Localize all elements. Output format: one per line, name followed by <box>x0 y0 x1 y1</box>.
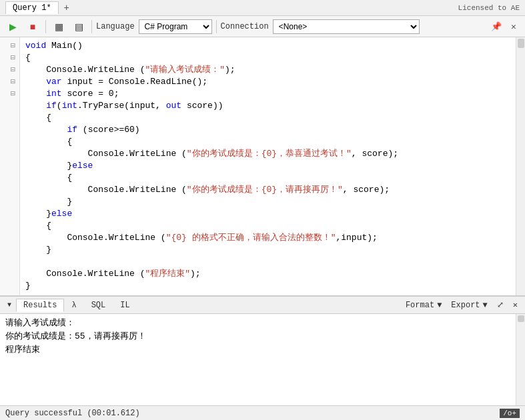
results-area: 请输入考试成绩：你的考试成绩是：55，请再接再厉！程序结束 <box>0 314 516 405</box>
code-line: { <box>25 52 510 64</box>
code-line: var input = Console.ReadLine(); <box>25 76 510 88</box>
code-line: void Main() <box>25 40 510 52</box>
export-button[interactable]: Export ▼ <box>446 299 492 312</box>
code-line: } <box>25 280 510 292</box>
code-line: Console.WriteLine ("{0} 的格式不正确，请输入合法的整数！… <box>25 232 510 244</box>
result-line: 你的考试成绩是：55，请再接再厉！ <box>5 330 510 343</box>
status-bar: Query successful (00:01.612) /o+ <box>0 405 525 420</box>
toolbar: ▶ ■ ▦ ▤ Language C# Program SQL LINQ Con… <box>0 16 525 37</box>
close-results-button[interactable]: ✕ <box>508 298 522 312</box>
language-label: Language <box>96 22 135 31</box>
title-bar: Query 1* + Licensed to AE <box>0 0 525 16</box>
code-line: } <box>25 244 510 256</box>
code-line: }else <box>25 208 510 220</box>
connection-label: Connection <box>221 22 269 31</box>
export-label: Export <box>451 301 480 310</box>
pin-button[interactable]: 📌 <box>489 19 504 34</box>
code-line: Console.WriteLine ("你的考试成绩是：{0}，恭喜通过考试！"… <box>25 148 510 160</box>
tab-lambda[interactable]: λ <box>64 299 83 312</box>
code-line: if (score>=60) <box>25 124 510 136</box>
result-line: 请输入考试成绩： <box>5 317 510 330</box>
grid-view-button-2[interactable]: ▤ <box>70 19 87 34</box>
run-button[interactable]: ▶ <box>4 19 21 34</box>
code-line: int score = 0; <box>25 88 510 100</box>
bottom-tabs-bar: ▼ Results λ SQL IL Format ▼ Export ▼ ⤢ ✕ <box>0 297 525 314</box>
line-numbers: ⊟ ⊟ ⊟ ⊟ ⊟ <box>0 37 20 295</box>
results-scrollbar[interactable] <box>516 314 525 405</box>
format-button[interactable]: Format ▼ <box>401 299 446 312</box>
export-chevron-icon: ▼ <box>483 301 488 310</box>
code-line: Console.WriteLine ("程序结束"); <box>25 268 510 280</box>
close-results-icon: ✕ <box>513 300 518 310</box>
expand-button[interactable]: ⤢ <box>492 298 508 312</box>
tab-results[interactable]: Results <box>16 299 64 312</box>
code-line: ​ <box>25 256 510 268</box>
toolbar-separator-1 <box>45 20 46 33</box>
code-line: Console.WriteLine ("请输入考试成绩："); <box>25 64 510 76</box>
language-select[interactable]: C# Program SQL LINQ <box>139 19 212 34</box>
code-line: { <box>25 112 510 124</box>
connection-select[interactable]: <None> <box>273 19 420 34</box>
format-chevron-icon: ▼ <box>437 301 442 310</box>
tab-il[interactable]: IL <box>113 299 137 312</box>
add-tab-button[interactable]: + <box>59 1 75 15</box>
result-line: 程序结束 <box>5 343 510 357</box>
expand-icon: ⤢ <box>497 300 504 310</box>
tabs-container: Query 1* + <box>5 1 75 15</box>
code-line: { <box>25 220 510 232</box>
code-line: }else <box>25 160 510 172</box>
code-line: } <box>25 196 510 208</box>
bottom-panel: ▼ Results λ SQL IL Format ▼ Export ▼ ⤢ ✕… <box>0 295 525 405</box>
code-editor[interactable]: void Main(){ Console.WriteLine ("请输入考试成绩… <box>20 37 516 295</box>
toolbar-separator-2 <box>91 20 92 33</box>
tab-sql[interactable]: SQL <box>84 299 113 312</box>
query-tab[interactable]: Query 1* <box>5 1 59 14</box>
code-line: Console.WriteLine ("你的考试成绩是：{0}，请再接再厉！",… <box>25 184 510 196</box>
format-label: Format <box>406 301 434 310</box>
close-editor-button[interactable]: ✕ <box>506 19 521 34</box>
editor-scrollbar[interactable] <box>516 37 525 295</box>
toolbar-separator-3 <box>216 20 217 33</box>
panel-toggle-button[interactable]: ▼ <box>3 299 16 312</box>
code-line: if(int.TryParse(input, out score)) <box>25 100 510 112</box>
code-line: { <box>25 136 510 148</box>
stop-button[interactable]: ■ <box>24 19 41 34</box>
license-text: Licensed to AE <box>458 4 520 12</box>
editor-container: ⊟ ⊟ ⊟ ⊟ ⊟ void Main(){ Console.WriteLine… <box>0 37 525 295</box>
status-right: /o+ <box>500 409 520 418</box>
status-message: Query successful (00:01.612) <box>5 409 140 418</box>
code-line: { <box>25 172 510 184</box>
status-badge: /o+ <box>500 409 520 418</box>
grid-view-button-1[interactable]: ▦ <box>50 19 67 34</box>
